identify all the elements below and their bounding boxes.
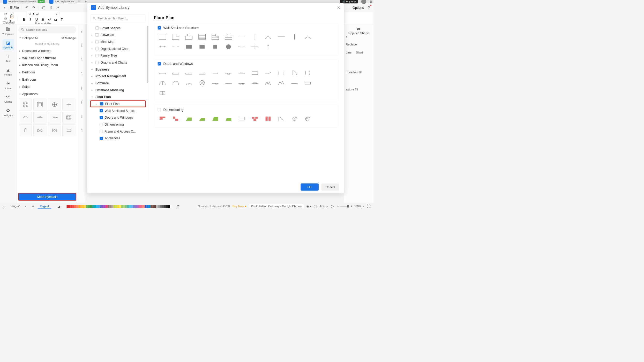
fit-page-icon[interactable]: ▢ bbox=[313, 204, 317, 208]
file-menu[interactable]: ☰ File bbox=[10, 6, 19, 10]
shape-tile[interactable] bbox=[33, 99, 46, 110]
tree-family-tree[interactable]: ▸Family Tree bbox=[90, 52, 146, 59]
shape-thumbnail[interactable] bbox=[224, 43, 233, 51]
tree-scrollbar[interactable] bbox=[147, 26, 148, 83]
shape-thumbnail[interactable] bbox=[184, 43, 194, 51]
undo-button[interactable]: ↶ bbox=[25, 6, 29, 10]
shape-thumbnail[interactable] bbox=[276, 69, 286, 77]
shape-thumbnail[interactable] bbox=[263, 79, 273, 87]
buy-now-footer[interactable]: Buy Now ♥ bbox=[233, 205, 246, 208]
redo-button[interactable]: ↷ bbox=[32, 6, 36, 10]
shape-tile[interactable] bbox=[33, 125, 46, 136]
category-bedroom[interactable]: ▸Bedroom bbox=[18, 69, 76, 76]
tree-wall-shell[interactable]: ✓Wall Shell and Struct... bbox=[90, 107, 146, 114]
shape-thumbnail[interactable] bbox=[197, 69, 207, 77]
rail-templates[interactable]: ▦Templates bbox=[2, 26, 15, 36]
tree-dimensioning[interactable]: Dimensioning bbox=[90, 121, 146, 128]
shape-thumbnail[interactable] bbox=[290, 79, 299, 87]
shape-thumbnail[interactable] bbox=[211, 115, 220, 123]
help-button[interactable]: ? bbox=[367, 6, 371, 10]
shape-thumbnail[interactable] bbox=[197, 115, 207, 123]
tree-database-modeling[interactable]: ▸Database Modeling bbox=[90, 87, 146, 94]
checkbox[interactable] bbox=[95, 40, 99, 43]
cut-button[interactable]: ✂ bbox=[4, 12, 8, 16]
focus-button[interactable]: Focus bbox=[320, 205, 328, 208]
zoom-in-button[interactable]: + bbox=[351, 205, 352, 208]
shape-thumbnail[interactable] bbox=[250, 43, 260, 51]
shape-thumbnail[interactable] bbox=[197, 79, 207, 87]
shape-thumbnail[interactable] bbox=[237, 69, 246, 77]
underline-button[interactable]: U bbox=[34, 18, 39, 21]
shape-thumbnail[interactable] bbox=[158, 89, 167, 97]
app-tab[interactable]: Wondershare EdrawMax Free bbox=[2, 0, 46, 4]
color-palette[interactable] bbox=[66, 205, 172, 208]
category-wall-shell[interactable]: ▸Wall Shell and Structure bbox=[18, 55, 76, 62]
tree-mind-map[interactable]: ▸Mind Map bbox=[90, 38, 146, 45]
rail-symbols[interactable]: ◪Symbols bbox=[2, 40, 14, 50]
copy-button[interactable]: ⧉ bbox=[4, 17, 8, 20]
shape-thumbnail[interactable] bbox=[250, 33, 260, 41]
shape-thumbnail[interactable] bbox=[184, 33, 194, 41]
subscript-button[interactable]: x₂ bbox=[54, 18, 58, 21]
panels-toggle-icon[interactable]: ▭ bbox=[3, 204, 6, 208]
rail-text[interactable]: TText bbox=[5, 53, 11, 64]
checkbox[interactable] bbox=[95, 47, 99, 50]
shape-thumbnail[interactable] bbox=[171, 43, 181, 51]
layers-icon[interactable]: ◈▾ bbox=[307, 204, 311, 208]
document-tab[interactable]: 1000 sq ft House ... ✕ bbox=[48, 0, 81, 4]
italic-button[interactable]: I bbox=[28, 18, 32, 21]
tree-smart-shapes[interactable]: Smart Shapes bbox=[90, 25, 146, 32]
shape-thumbnail[interactable] bbox=[303, 79, 312, 87]
manage-button[interactable]: ⚙ Manage bbox=[61, 36, 76, 40]
library-search-input[interactable] bbox=[90, 14, 146, 22]
shape-thumbnail[interactable] bbox=[276, 115, 286, 123]
shape-thumbnail[interactable] bbox=[211, 33, 220, 41]
search-symbols-input[interactable] bbox=[18, 26, 76, 33]
category-kitchen[interactable]: ▸Kitchen and Dining Room bbox=[18, 61, 76, 69]
shape-thumbnail[interactable] bbox=[303, 115, 312, 123]
shape-thumbnail[interactable] bbox=[158, 79, 167, 87]
paste-button[interactable]: 📋▾ bbox=[10, 17, 14, 20]
shape-thumbnail[interactable] bbox=[171, 115, 181, 123]
checkbox[interactable] bbox=[100, 123, 103, 126]
shape-thumbnail[interactable] bbox=[211, 69, 220, 77]
shape-thumbnail[interactable] bbox=[197, 43, 207, 51]
checkbox-checked[interactable]: ✓ bbox=[100, 109, 103, 112]
tree-org-chart[interactable]: ▸Organizational Chart bbox=[90, 45, 146, 52]
tree-alarm-access[interactable]: Alarm and Access C... bbox=[90, 128, 146, 135]
checkbox[interactable] bbox=[95, 54, 99, 57]
shape-thumbnail[interactable] bbox=[263, 69, 273, 77]
shape-thumbnail[interactable] bbox=[184, 69, 194, 77]
shape-thumbnail[interactable] bbox=[171, 79, 181, 87]
checkbox-checked[interactable]: ✓ bbox=[100, 116, 103, 119]
category-doors-windows[interactable]: ▸Doors and Windows bbox=[18, 47, 76, 55]
shape-thumbnail[interactable] bbox=[237, 43, 246, 51]
shape-thumbnail[interactable] bbox=[290, 69, 299, 77]
shape-tile[interactable] bbox=[48, 112, 61, 123]
play-icon[interactable]: ▷ bbox=[331, 204, 334, 208]
dialog-close-button[interactable]: ✕ bbox=[337, 5, 340, 10]
shape-thumbnail[interactable] bbox=[303, 69, 312, 77]
shape-tile[interactable] bbox=[62, 125, 75, 136]
shape-thumbnail[interactable] bbox=[211, 79, 220, 87]
shape-tile[interactable] bbox=[19, 99, 32, 110]
shape-thumbnail[interactable] bbox=[158, 115, 167, 123]
shape-tile[interactable] bbox=[19, 112, 32, 123]
shape-tile[interactable] bbox=[62, 99, 75, 110]
shape-thumbnail[interactable] bbox=[184, 115, 194, 123]
shape-thumbnail[interactable] bbox=[224, 115, 233, 123]
new-tab-button[interactable]: + bbox=[85, 0, 87, 4]
shape-thumbnail[interactable] bbox=[276, 33, 286, 41]
superscript-button[interactable]: x² bbox=[47, 18, 51, 21]
checkbox-checked[interactable]: ✓ bbox=[100, 137, 103, 140]
search-symbols-field[interactable] bbox=[26, 28, 73, 31]
rail-images[interactable]: ▲Images bbox=[3, 67, 13, 77]
checkbox[interactable] bbox=[95, 26, 99, 30]
checkbox[interactable] bbox=[158, 108, 161, 111]
tree-graphs-charts[interactable]: ▸Graphs and Charts bbox=[90, 59, 146, 66]
checkbox-checked[interactable]: ✓ bbox=[158, 62, 161, 66]
tree-flowchart[interactable]: ▸Flowchart bbox=[90, 32, 146, 38]
save-button[interactable]: ▢ bbox=[42, 6, 46, 10]
checkbox[interactable] bbox=[95, 33, 99, 37]
category-bathroom[interactable]: ▸Bathroom bbox=[18, 76, 76, 83]
